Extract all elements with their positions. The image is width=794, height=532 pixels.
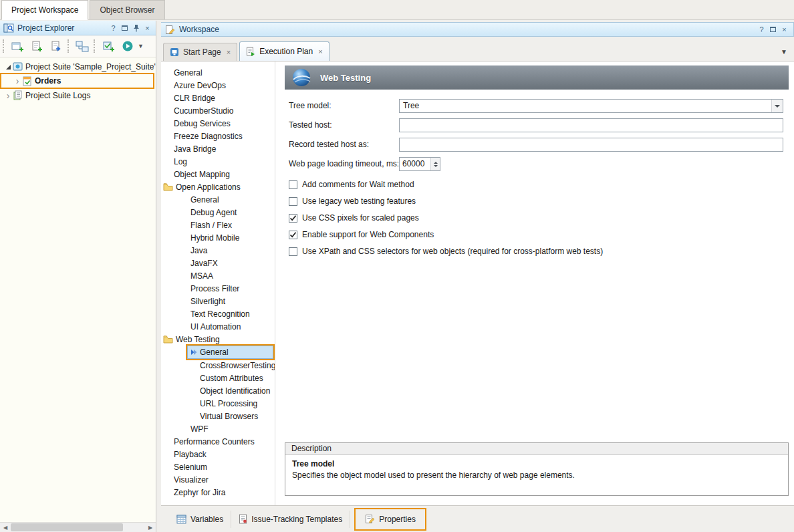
float-window-icon[interactable]	[120, 23, 130, 33]
options-nav-item-label: General	[200, 348, 229, 357]
options-nav-item[interactable]: Visualizer	[161, 473, 275, 486]
tab-start-page[interactable]: Start Page ×	[163, 43, 237, 61]
options-nav-item-label: Virtual Browsers	[200, 412, 258, 421]
issue-tracking-icon	[239, 514, 247, 524]
tree-item-project-suite[interactable]: Project Suite 'Sample_Project_Suite' (1 …	[0, 60, 156, 73]
options-nav-item[interactable]: Freeze Diagnostics	[161, 130, 275, 142]
description-term: Tree model	[292, 459, 781, 469]
options-nav-item[interactable]: JavaFX	[161, 257, 275, 269]
checkbox[interactable]	[289, 231, 297, 239]
options-nav-item[interactable]: General	[161, 193, 275, 206]
tree-item-orders[interactable]: › Orders	[1, 74, 153, 88]
options-nav-item[interactable]: UI Automation	[161, 320, 275, 333]
options-nav-item[interactable]: URL Processing	[161, 397, 275, 410]
properties-icon	[365, 514, 375, 524]
checkbox[interactable]	[289, 180, 297, 189]
checkbox[interactable]	[289, 214, 297, 223]
add-project-item-icon[interactable]	[29, 38, 45, 54]
tab-execution-plan[interactable]: Execution Plan ×	[239, 41, 329, 61]
options-nav-item[interactable]: Playback	[161, 448, 275, 460]
tab-object-browser[interactable]: Object Browser	[90, 0, 164, 19]
options-nav-item-label: JavaFX	[190, 259, 218, 268]
options-nav-item[interactable]: Text Recognition	[161, 307, 275, 320]
options-group-banner: Web Testing	[285, 65, 789, 90]
tab-variables[interactable]: Variables	[169, 511, 231, 528]
options-nav-item-label: CrossBrowserTesting	[200, 361, 275, 370]
options-nav-item-label: Debug Services	[174, 119, 231, 128]
options-nav-item[interactable]: General	[187, 346, 273, 359]
options-nav-item[interactable]: CucumberStudio	[161, 104, 275, 117]
options-nav-item-label: General	[174, 68, 203, 78]
options-nav-item[interactable]: Zephyr for Jira	[161, 486, 275, 499]
add-project-suite-item-icon[interactable]	[9, 38, 25, 54]
spinner-buttons[interactable]	[430, 158, 440, 170]
loading-timeout-spinner[interactable]: 60000	[399, 157, 440, 171]
collapsed-arrow-icon[interactable]: ›	[13, 76, 22, 86]
spin-down-icon[interactable]	[434, 165, 438, 169]
loading-timeout-row: Web page loading timeout, ms: 60000	[275, 157, 789, 171]
help-icon[interactable]: ?	[757, 25, 767, 35]
tab-close-icon[interactable]: ×	[318, 47, 322, 55]
scrollbar-track[interactable]	[11, 523, 145, 532]
options-nav-item[interactable]: MSAA	[161, 269, 275, 282]
options-nav-item[interactable]: General	[161, 66, 275, 79]
options-nav-item[interactable]: WPF	[161, 422, 275, 435]
record-host-input[interactable]	[399, 138, 783, 152]
combo-dropdown-icon[interactable]	[771, 100, 783, 112]
options-nav-item[interactable]: Java	[161, 244, 275, 257]
toolbar-dropdown-icon[interactable]: ▼	[138, 43, 144, 49]
options-nav-item[interactable]: Process Filter	[161, 282, 275, 295]
object-mapping-icon[interactable]	[74, 38, 90, 54]
options-group-title: Web Testing	[320, 73, 371, 83]
options-nav-item[interactable]: CLR Bridge	[161, 92, 275, 104]
collapsed-arrow-icon[interactable]: ›	[3, 90, 13, 101]
options-nav-group[interactable]: Web Testing	[161, 333, 275, 346]
options-nav-item[interactable]: Flash / Flex	[161, 219, 275, 231]
options-nav-item[interactable]: Debug Services	[161, 117, 275, 130]
scroll-left-icon[interactable]: ◀	[0, 523, 11, 532]
tab-list-dropdown-icon[interactable]: ▼	[781, 48, 787, 55]
checkbox-row: Add comments for Wait method	[289, 178, 414, 190]
options-nav-item-label: Object Identification	[200, 386, 270, 396]
float-window-icon[interactable]	[768, 25, 778, 35]
scrollbar-thumb[interactable]	[11, 523, 123, 531]
annotation-box-properties: Properties	[354, 508, 426, 531]
add-existing-item-icon[interactable]	[48, 38, 64, 54]
options-nav-item[interactable]: Hybrid Mobile	[161, 231, 275, 244]
tab-project-workspace[interactable]: Project Workspace	[1, 0, 88, 20]
options-nav-group[interactable]: Open Applications	[161, 180, 275, 193]
spin-up-icon[interactable]	[434, 160, 438, 164]
pin-icon[interactable]	[131, 23, 141, 33]
options-nav-item[interactable]: Log	[161, 155, 275, 168]
close-icon[interactable]: ×	[142, 23, 152, 33]
options-nav-item[interactable]: Object Identification	[161, 384, 275, 397]
options-nav-item[interactable]: Azure DevOps	[161, 79, 275, 92]
tree-item-project-suite-logs[interactable]: › Project Suite Logs	[0, 89, 156, 102]
options-nav-item[interactable]: Silverlight	[161, 295, 275, 307]
options-nav-item[interactable]: Custom Attributes	[161, 372, 275, 384]
tab-properties[interactable]: Properties	[358, 511, 423, 528]
options-nav-item[interactable]: CrossBrowserTesting	[161, 359, 275, 372]
tree-model-combobox[interactable]: Tree	[399, 99, 783, 113]
add-new-test-icon[interactable]	[100, 38, 116, 54]
horizontal-scrollbar[interactable]: ◀ ▶	[0, 522, 156, 532]
options-nav-item[interactable]: Java Bridge	[161, 142, 275, 155]
tested-host-input[interactable]	[399, 118, 783, 132]
tab-issue-tracking-templates[interactable]: Issue-Tracking Templates	[231, 511, 350, 528]
tab-close-icon[interactable]: ×	[227, 48, 231, 56]
run-tests-icon[interactable]	[120, 38, 136, 54]
checkbox-label: Add comments for Wait method	[302, 180, 414, 189]
scroll-right-icon[interactable]: ▶	[145, 523, 156, 532]
options-nav-item-label: Custom Attributes	[200, 374, 263, 383]
expand-arrow-icon[interactable]	[3, 63, 13, 70]
checkbox[interactable]	[289, 247, 297, 256]
options-nav-item[interactable]: Performance Counters	[161, 435, 275, 448]
help-icon[interactable]: ?	[108, 23, 118, 33]
options-nav-item[interactable]: Debug Agent	[161, 206, 275, 219]
options-nav-item[interactable]: Selenium	[161, 460, 275, 473]
close-icon[interactable]: ×	[779, 25, 789, 35]
options-nav-item[interactable]: Object Mapping	[161, 168, 275, 180]
checkbox[interactable]	[289, 197, 297, 206]
options-nav-item[interactable]: Virtual Browsers	[161, 410, 275, 422]
options-nav-item-label: Azure DevOps	[174, 81, 226, 90]
